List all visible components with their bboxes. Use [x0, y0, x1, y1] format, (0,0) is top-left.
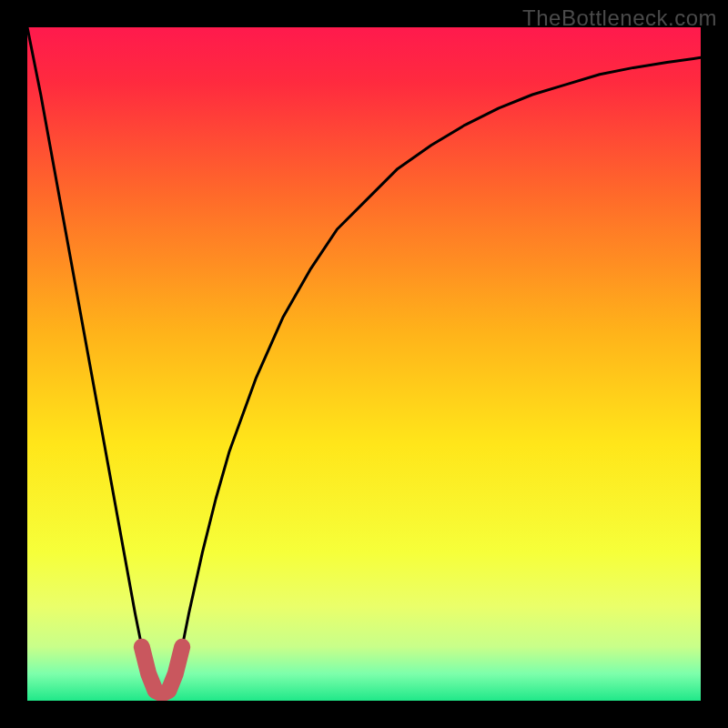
bottleneck-chart — [27, 27, 701, 701]
plot-area — [27, 27, 701, 701]
gradient-background — [27, 27, 701, 701]
chart-frame: TheBottleneck.com — [0, 0, 728, 728]
